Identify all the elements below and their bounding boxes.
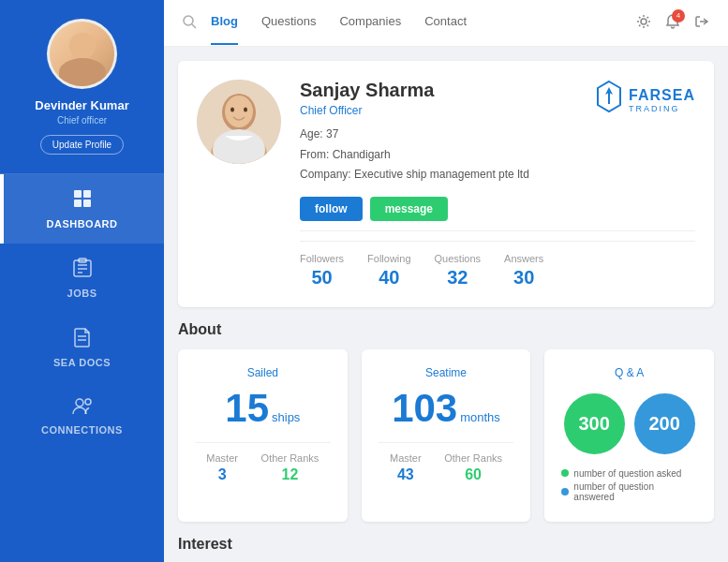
seatime-master: Master 43 <box>390 452 422 483</box>
stat-answers: Answers 30 <box>504 253 543 288</box>
nav-tabs: Blog Questions Companies Contact <box>211 14 636 33</box>
sailed-card: Sailed 15 ships Master 3 Other Ranks 12 <box>178 349 348 522</box>
dashboard-icon <box>72 188 93 214</box>
svg-rect-2 <box>74 200 82 207</box>
tab-contact[interactable]: Contact <box>424 14 467 33</box>
notification-badge: 4 <box>672 9 685 22</box>
profile-card: Sanjay Sharma Chief Officer Age: 37 From… <box>178 61 714 307</box>
sidebar: Devinder Kumar Chief officer Update Prof… <box>0 0 164 562</box>
profile-title: Chief Officer <box>300 104 529 117</box>
profile-actions: follow message <box>300 197 529 221</box>
sidebar-item-dashboard-label: DASHBOARD <box>47 218 118 229</box>
sidebar-item-jobs-label: JOBS <box>67 288 97 299</box>
sailed-other-label: Other Ranks <box>261 452 319 464</box>
seatime-other-label: Other Ranks <box>444 452 502 464</box>
legend-dot-blue <box>561 488 569 495</box>
update-profile-button[interactable]: Update Profile <box>40 135 124 155</box>
connections-icon <box>72 396 93 420</box>
sailed-footer: Master 3 Other Ranks 12 <box>195 442 331 483</box>
search-icon[interactable] <box>183 15 197 32</box>
svg-rect-1 <box>83 190 91 198</box>
company-logo-text: FARSEA <box>629 87 695 104</box>
about-cards: Sailed 15 ships Master 3 Other Ranks 12 <box>178 349 714 522</box>
qa-asked-circle: 300 <box>564 393 625 454</box>
qa-card: Q & A 300 200 number of question asked n… <box>544 349 714 522</box>
svg-point-15 <box>641 19 646 24</box>
questions-value: 32 <box>435 267 482 288</box>
sailed-master-value: 3 <box>206 466 238 483</box>
questions-label: Questions <box>435 253 482 264</box>
main-content: Blog Questions Companies Contact 4 <box>164 0 728 562</box>
profile-company: Company: Executive ship management pte l… <box>300 165 529 185</box>
qa-legend-answered: number of question answered <box>561 481 697 502</box>
qa-legend: number of question asked number of quest… <box>561 468 697 502</box>
seatime-footer: Master 43 Other Ranks 60 <box>379 442 514 483</box>
seatime-num: 103 <box>392 389 457 428</box>
stat-following: Following 40 <box>367 253 410 288</box>
sailed-other: Other Ranks 12 <box>261 452 319 483</box>
seatime-main: 103 months <box>379 389 514 428</box>
top-nav: Blog Questions Companies Contact 4 <box>164 0 728 47</box>
logout-icon[interactable] <box>694 14 709 33</box>
profile-from: From: Chandigarh <box>300 145 529 166</box>
profile-name: Sanjay Sharma <box>300 80 529 101</box>
svg-point-13 <box>184 16 193 25</box>
sidebar-user-name: Devinder Kumar <box>35 98 128 112</box>
svg-line-14 <box>192 24 196 28</box>
sidebar-item-seadocs-label: SEA DOCS <box>53 357 111 368</box>
seatime-other-value: 60 <box>444 466 502 483</box>
sidebar-item-seadocs[interactable]: SEA DOCS <box>0 313 164 382</box>
seatime-master-label: Master <box>390 452 422 464</box>
profile-details: Sanjay Sharma Chief Officer Age: 37 From… <box>300 80 695 288</box>
sailed-title: Sailed <box>195 366 331 379</box>
company-logo-icon <box>594 80 624 120</box>
answers-value: 30 <box>504 267 543 288</box>
sidebar-item-dashboard[interactable]: DASHBOARD <box>0 174 164 244</box>
tab-blog[interactable]: Blog <box>211 14 238 33</box>
seadocs-icon <box>74 327 91 352</box>
following-value: 40 <box>367 267 410 288</box>
qa-answered-circle: 200 <box>634 393 695 454</box>
follow-button[interactable]: follow <box>300 197 363 221</box>
seatime-card: Seatime 103 months Master 43 Other Ranks… <box>362 349 531 522</box>
sidebar-item-connections-label: CONNECTIONS <box>41 424 123 436</box>
top-nav-actions: 4 <box>636 14 709 33</box>
followers-value: 50 <box>300 267 344 288</box>
qa-circles: 300 200 <box>561 393 697 454</box>
stat-followers: Followers 50 <box>300 253 344 288</box>
about-title: About <box>178 321 714 338</box>
legend-dot-green <box>561 469 569 477</box>
jobs-icon <box>73 258 92 283</box>
company-logo-sub: TRADING <box>629 104 695 113</box>
sidebar-item-connections[interactable]: CONNECTIONS <box>0 382 164 450</box>
company-logo: FARSEA TRADING <box>594 80 695 120</box>
answers-label: Answers <box>504 253 543 264</box>
seatime-title: Seatime <box>379 366 514 379</box>
qa-title: Q & A <box>561 366 697 379</box>
svg-point-21 <box>244 108 247 112</box>
sailed-main: 15 ships <box>195 389 331 428</box>
notification-icon[interactable]: 4 <box>665 14 680 33</box>
following-label: Following <box>367 253 410 264</box>
tab-questions[interactable]: Questions <box>261 14 317 33</box>
profile-age: Age: 37 <box>300 125 529 145</box>
sailed-master-label: Master <box>206 452 238 464</box>
followers-label: Followers <box>300 253 344 264</box>
sidebar-item-jobs[interactable]: JOBS <box>0 244 164 313</box>
profile-stats: Followers 50 Following 40 Questions 32 A… <box>300 241 695 288</box>
svg-rect-3 <box>83 200 91 207</box>
settings-icon[interactable] <box>636 14 651 33</box>
sailed-num: 15 <box>225 389 269 428</box>
seatime-other: Other Ranks 60 <box>444 452 502 483</box>
profile-avatar <box>197 80 281 164</box>
sailed-other-value: 12 <box>261 466 319 483</box>
content-area: Sanjay Sharma Chief Officer Age: 37 From… <box>164 47 728 562</box>
svg-point-12 <box>85 399 91 405</box>
svg-point-19 <box>225 96 253 127</box>
message-button[interactable]: message <box>370 197 448 221</box>
svg-point-11 <box>76 399 83 407</box>
sidebar-user-role: Chief officer <box>57 115 107 126</box>
qa-asked-label: number of question asked <box>573 468 681 479</box>
svg-point-20 <box>230 108 234 112</box>
tab-companies[interactable]: Companies <box>339 14 401 33</box>
